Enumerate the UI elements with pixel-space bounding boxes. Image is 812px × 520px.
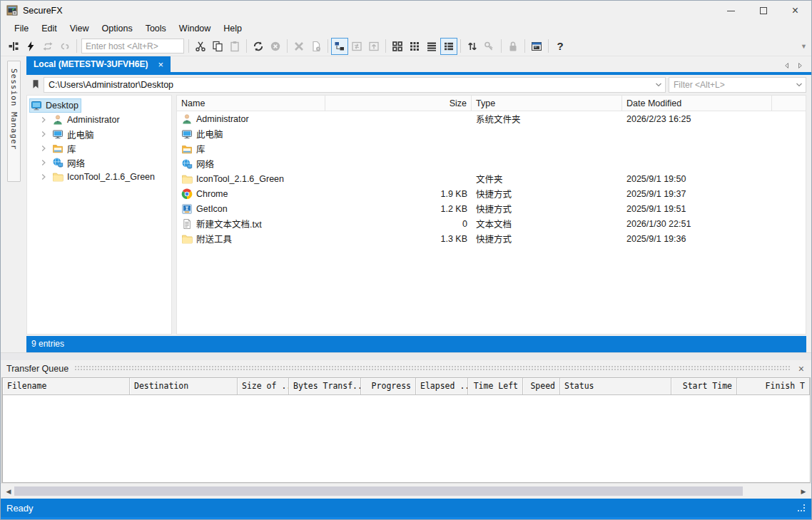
minimize-button[interactable] — [715, 1, 747, 21]
file-name: IconTool_2.1.6_Green — [196, 174, 284, 184]
column-header-Type[interactable]: Type — [472, 96, 622, 111]
menu-window[interactable]: Window — [173, 22, 217, 35]
queue-column-status[interactable]: Status — [560, 378, 671, 394]
pane-splitter[interactable] — [1, 352, 811, 360]
file-row-GetIcon[interactable]: GetIcon1.2 KB快捷方式2025/9/1 19:51 — [177, 201, 806, 216]
chevron-right-icon[interactable] — [39, 129, 49, 139]
delete-button[interactable] — [290, 38, 308, 55]
queue-column-start-time[interactable]: Start Time — [671, 378, 737, 394]
queue-column-time-left[interactable]: Time Left — [468, 378, 523, 394]
file-type-cell: 文本文档 — [472, 217, 622, 230]
host-input[interactable] — [81, 39, 184, 53]
file-row-新建文本文档.txt[interactable]: 新建文本文档.txt0文本文档2026/1/30 22:51 — [177, 216, 806, 231]
filter-key-button[interactable] — [481, 38, 498, 55]
session-options-button[interactable] — [528, 38, 545, 55]
maximize-button[interactable] — [747, 1, 779, 21]
file-row-网络[interactable]: 网络 — [177, 156, 806, 171]
synchronize-button[interactable] — [348, 38, 365, 55]
tree-item-IconTool_2.1.6_Green[interactable]: IconTool_2.1.6_Green — [27, 170, 171, 184]
menu-tools[interactable]: Tools — [139, 22, 173, 35]
tree-item-label: 此电脑 — [67, 128, 94, 141]
transfer-queue-gripper[interactable] — [74, 365, 791, 372]
bookmark-icon[interactable] — [31, 79, 41, 91]
help-button[interactable]: ? — [552, 38, 569, 55]
lock-button[interactable] — [504, 38, 522, 55]
tab-close-icon[interactable]: × — [158, 60, 163, 69]
scrollbar-track[interactable] — [14, 486, 798, 496]
queue-column-size-of-[interactable]: Size of ... — [238, 378, 289, 394]
menu-edit[interactable]: Edit — [35, 22, 64, 35]
sort-button[interactable] — [464, 38, 481, 55]
stop-button[interactable] — [267, 38, 284, 55]
column-header-Date Modified[interactable]: Date Modified — [622, 96, 772, 111]
tree-item-Administrator[interactable]: Administrator — [27, 113, 171, 127]
close-button[interactable]: × — [779, 1, 811, 21]
tree-item-Desktop[interactable]: Desktop — [27, 98, 171, 113]
session-manager-toggle-button[interactable] — [5, 38, 22, 55]
tab-scroll-left-button[interactable] — [783, 61, 791, 72]
queue-column-destination[interactable]: Destination — [130, 378, 238, 394]
file-row-Chrome[interactable]: Chrome1.9 KB快捷方式2025/9/1 19:37 — [177, 186, 806, 201]
queue-column-finish-t[interactable]: Finish T — [737, 378, 810, 394]
file-row-库[interactable]: 库 — [177, 141, 806, 156]
path-input[interactable] — [44, 80, 652, 90]
chevron-right-icon[interactable] — [39, 143, 49, 153]
file-date-cell: 2025/9/1 19:50 — [622, 174, 772, 184]
minimize-icon — [727, 11, 735, 11]
quick-connect-button[interactable] — [22, 38, 39, 55]
horizontal-scrollbar[interactable]: ◀ ▶ — [1, 483, 811, 499]
file-row-Administrator[interactable]: Administrator系统文件夹2026/2/23 16:25 — [177, 111, 806, 126]
file-row-此电脑[interactable]: 此电脑 — [177, 126, 806, 141]
chevron-right-icon[interactable] — [39, 158, 49, 168]
entries-status-bar: 9 entries — [26, 336, 806, 352]
reconnect-button[interactable] — [39, 38, 56, 55]
session-manager-vertical-tab[interactable]: Session Manager — [7, 61, 21, 182]
chevron-right-icon[interactable] — [39, 115, 49, 125]
queue-column-bytes-transf-[interactable]: Bytes Transf... — [289, 378, 361, 394]
paste-button[interactable] — [226, 38, 243, 55]
tab-local-session[interactable]: Local (METESTW-3UFVH6E) × — [26, 56, 171, 72]
chrome-icon — [181, 188, 193, 200]
transfer-queue-close-icon[interactable]: × — [797, 364, 806, 374]
scroll-right-icon[interactable]: ▶ — [798, 486, 809, 497]
tree-view-button[interactable] — [331, 38, 348, 55]
details-view-button[interactable] — [440, 38, 457, 55]
queue-column-filename[interactable]: Filename — [3, 378, 130, 394]
file-row-IconTool_2.1.6_Green[interactable]: IconTool_2.1.6_Green文件夹2025/9/1 19:50 — [177, 171, 806, 186]
file-properties-button[interactable] — [308, 38, 325, 55]
computer-icon — [181, 128, 193, 140]
chevron-right-icon[interactable] — [39, 172, 49, 182]
disconnect-button[interactable] — [56, 38, 73, 55]
queue-column-speed[interactable]: Speed — [523, 378, 560, 394]
refresh-button[interactable] — [250, 38, 267, 55]
queue-column-elapsed-[interactable]: Elapsed ... — [416, 378, 468, 394]
column-header-blank[interactable] — [772, 96, 806, 111]
filter-input[interactable] — [669, 80, 793, 90]
list-view-button[interactable] — [423, 38, 440, 55]
tree-item-库[interactable]: 库 — [27, 141, 171, 156]
cut-button[interactable] — [192, 38, 209, 55]
copy-button[interactable] — [209, 38, 226, 55]
tree-item-此电脑[interactable]: 此电脑 — [27, 127, 171, 141]
filter-dropdown-icon[interactable] — [793, 82, 806, 88]
scrollbar-thumb[interactable] — [14, 486, 743, 496]
tree-item-网络[interactable]: 网络 — [27, 156, 171, 170]
file-row-附送工具[interactable]: 附送工具1.3 KB快捷方式2025/9/1 19:36 — [177, 231, 806, 246]
scroll-left-icon[interactable]: ◀ — [3, 486, 14, 497]
toolbar-overflow-button[interactable]: ▼ — [801, 43, 808, 50]
small-icons-view-button[interactable] — [406, 38, 423, 55]
menu-help[interactable]: Help — [217, 22, 248, 35]
upload-button[interactable] — [365, 38, 382, 55]
queue-column-progress[interactable]: Progress — [361, 378, 416, 394]
path-dropdown-icon[interactable] — [652, 82, 665, 88]
column-header-Name[interactable]: Name — [177, 96, 325, 111]
column-header-Size[interactable]: Size — [325, 96, 472, 111]
menu-view[interactable]: View — [64, 22, 96, 35]
toolbar-separator — [548, 39, 549, 53]
file-name: Chrome — [196, 189, 228, 199]
tab-scroll-right-button[interactable] — [796, 61, 804, 72]
menu-file[interactable]: File — [8, 22, 35, 35]
menu-options[interactable]: Options — [96, 22, 139, 35]
large-icons-view-button[interactable] — [389, 38, 406, 55]
resize-grip-icon[interactable] — [797, 504, 806, 512]
